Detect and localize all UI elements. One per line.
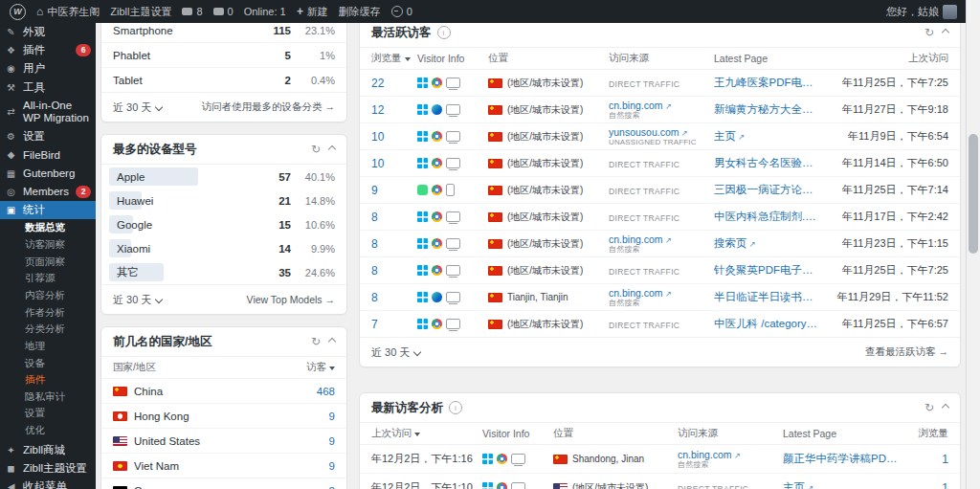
country-visitors-link[interactable]: 9 <box>329 460 335 472</box>
date-range-dropdown[interactable]: 近 30 天 <box>113 293 162 307</box>
view-top-models-link[interactable]: View Top Models → <box>247 294 335 305</box>
submenu-item-page-insights[interactable]: 页面洞察 <box>0 254 96 271</box>
column-visitor-info[interactable]: Visitor Info <box>482 428 549 439</box>
account-menu[interactable]: 您好，姑娘 <box>886 5 957 19</box>
links-shortcut[interactable]: 0 <box>391 6 412 17</box>
submenu-item-referrals[interactable]: 引荐源 <box>0 270 96 287</box>
collapse-icon[interactable] <box>328 145 336 153</box>
date-range-dropdown[interactable]: 近 30 天 <box>371 345 420 360</box>
collapse-icon[interactable] <box>942 29 949 36</box>
latest-page-link[interactable]: 主页 <box>783 480 899 489</box>
submenu-item-optimization[interactable]: 优化 <box>0 422 96 439</box>
refresh-icon[interactable] <box>311 335 321 348</box>
refresh-icon[interactable] <box>924 401 934 414</box>
column-last-visit[interactable]: 上次访问 <box>371 427 479 440</box>
referrer-link[interactable]: cn.bing.com <box>609 233 710 246</box>
views-count-link[interactable]: 9 <box>371 184 413 197</box>
latest-page-link[interactable]: 针灸聚英PDF电子书... <box>714 263 818 278</box>
submenu-item-addons[interactable]: 插件 <box>0 371 96 389</box>
sidebar-item-zibll-theme-settings[interactable]: ◼Zibll主题设置 <box>0 459 96 478</box>
column-latest-page[interactable]: Latest Page <box>783 428 899 439</box>
column-location[interactable]: 位置 <box>553 427 674 440</box>
sidebar-item-filebird[interactable]: ◆FileBird <box>0 146 96 165</box>
sidebar-item-members[interactable]: ◎Members2 <box>0 183 96 201</box>
refresh-icon[interactable] <box>311 143 321 156</box>
submenu-item-stats-settings[interactable]: 设置 <box>0 405 96 422</box>
latest-page-link[interactable]: 主页 <box>714 129 818 144</box>
latest-page-link[interactable]: 三因极一病证方论PD... <box>714 183 818 197</box>
views-count-link[interactable]: 12 <box>371 103 413 117</box>
submenu-item-privacy-audit[interactable]: 隐私审计 <box>0 389 96 406</box>
info-icon[interactable] <box>449 401 462 414</box>
column-visitor-info[interactable]: Visitor Info <box>417 53 484 64</box>
latest-page-link[interactable]: 中医儿科 /category/... <box>714 317 818 331</box>
theme-settings-link[interactable]: Zibll主题设置 <box>110 5 171 19</box>
online-status[interactable]: Online: 1 <box>244 6 286 17</box>
referrer-link[interactable]: cn.bing.com <box>678 449 779 461</box>
column-referrer[interactable]: 访问来源 <box>609 52 710 65</box>
sidebar-item-statistics[interactable]: ▣统计 <box>0 201 96 219</box>
referrer-link[interactable]: yunsousou.com <box>609 126 710 139</box>
comments-shortcut[interactable]: 8 <box>182 6 202 17</box>
sidebar-item-appearance[interactable]: ✎外观 <box>0 23 96 41</box>
submenu-item-category-analytics[interactable]: 分类分析 <box>0 321 96 338</box>
referrer-link[interactable]: cn.bing.com <box>609 100 710 112</box>
sidebar-item-gutenberg[interactable]: ▦Gutenberg <box>0 165 96 183</box>
device-categories-more-link[interactable]: 访问者使用最多的设备分类 → <box>202 100 335 114</box>
clear-cache-button[interactable]: 删除缓存 <box>339 5 381 19</box>
country-visitors-link[interactable]: 2 <box>329 485 335 489</box>
views-count-link[interactable]: 7 <box>371 318 413 331</box>
latest-page-link[interactable]: 王九峰医案PDF电子... <box>714 76 818 90</box>
views-count-link[interactable]: 10 <box>371 130 413 144</box>
views-count-link[interactable]: 8 <box>371 291 413 304</box>
submenu-item-author-analytics[interactable]: 作者分析 <box>0 304 96 322</box>
latest-page-link[interactable]: 颜正华中药学讲稿PD... <box>783 452 899 466</box>
submenu-item-geographic[interactable]: 地理 <box>0 338 96 355</box>
sidebar-item-plugins[interactable]: ❖插件6 <box>0 41 96 59</box>
submenu-item-devices[interactable]: 设备 <box>0 355 96 372</box>
country-visitors-link[interactable]: 9 <box>329 435 335 447</box>
submenu-item-overview[interactable]: 数据总览 <box>0 219 96 236</box>
column-views[interactable]: 浏览量 <box>371 52 413 65</box>
column-visitors[interactable]: 访客 <box>306 361 335 374</box>
country-visitors-link[interactable]: 9 <box>329 411 335 422</box>
view-active-visitors-link[interactable]: 查看最活跃访客 → <box>865 345 948 359</box>
messages-shortcut[interactable]: 0 <box>213 6 234 17</box>
scrollbar-thumb[interactable] <box>969 134 978 254</box>
column-referrer[interactable]: 访问来源 <box>678 427 779 440</box>
views-count-link[interactable]: 1 <box>902 453 948 466</box>
country-visitors-link[interactable]: 468 <box>317 386 335 397</box>
views-count-link[interactable]: 8 <box>371 264 413 278</box>
sidebar-item-collapse-menu[interactable]: ◀收起菜单 <box>0 478 96 489</box>
column-last-visit[interactable]: 上次访问 <box>822 52 948 65</box>
views-count-link[interactable]: 8 <box>371 211 413 224</box>
views-count-link[interactable]: 10 <box>371 157 413 170</box>
latest-page-link[interactable]: 半日临证半日读书PD... <box>714 290 818 304</box>
site-name-link[interactable]: 中医养生阁 <box>36 5 100 19</box>
column-location[interactable]: 位置 <box>488 52 605 65</box>
new-content-button[interactable]: 新建 <box>297 5 328 19</box>
date-range-dropdown[interactable]: 近 30 天 <box>113 100 162 115</box>
views-count-link[interactable]: 8 <box>371 237 413 251</box>
info-icon[interactable] <box>437 26 451 39</box>
sidebar-item-migration[interactable]: ⇄All-in-One WP Migration <box>0 97 96 127</box>
column-views[interactable]: 浏览量 <box>902 427 948 440</box>
collapse-icon[interactable] <box>942 404 949 411</box>
column-country[interactable]: 国家/地区 <box>113 361 156 374</box>
sidebar-item-users[interactable]: ◉用户 <box>0 59 96 78</box>
refresh-icon[interactable] <box>924 26 934 39</box>
views-count-link[interactable]: 22 <box>371 77 413 90</box>
sidebar-item-tools[interactable]: ⚒工具 <box>0 78 96 97</box>
latest-page-link[interactable]: 搜索页 <box>714 236 818 251</box>
collapse-icon[interactable] <box>328 338 336 345</box>
submenu-item-content-analytics[interactable]: 内容分析 <box>0 287 96 304</box>
latest-page-link[interactable]: 男女科古今名医验方... <box>714 156 818 170</box>
vertical-scrollbar[interactable] <box>966 0 980 489</box>
referrer-link[interactable]: cn.bing.com <box>609 287 710 300</box>
submenu-item-visitor-insights[interactable]: 访客洞察 <box>0 236 96 254</box>
latest-page-link[interactable]: 中医内科急症制剂... <box>714 210 818 224</box>
sidebar-item-settings[interactable]: ⚙设置 <box>0 127 96 145</box>
latest-page-link[interactable]: 新编黄方秘方大全PD... <box>714 102 818 117</box>
views-count-link[interactable]: 1 <box>902 481 948 489</box>
column-latest-page[interactable]: Latest Page <box>714 53 818 64</box>
